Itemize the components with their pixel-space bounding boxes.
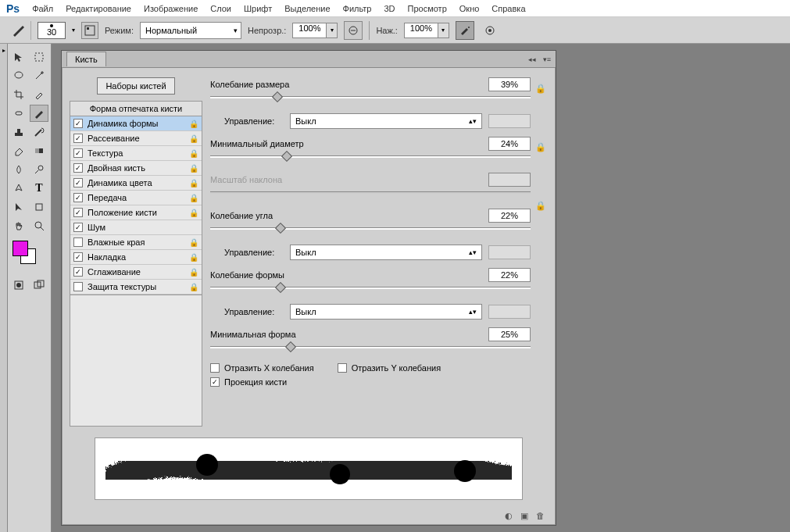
menu-edit[interactable]: Редактирование (66, 4, 131, 13)
size-jitter-value[interactable]: 39% (488, 77, 531, 91)
size-jitter-slider[interactable] (210, 93, 531, 105)
brush-option-0[interactable]: ✓Динамика формы🔒 (70, 116, 202, 131)
brush-panel-toggle[interactable] (81, 22, 98, 39)
eraser-tool[interactable] (9, 142, 28, 159)
opacity-dropdown[interactable]: ▾ (327, 23, 338, 38)
brush-tool[interactable] (30, 105, 48, 122)
lock-icon[interactable]: 🔒 (189, 149, 198, 158)
blur-tool[interactable] (9, 161, 28, 178)
brush-option-7[interactable]: ✓Шум (70, 220, 202, 235)
option-checkbox[interactable]: ✓ (73, 134, 83, 143)
path-select-tool[interactable] (9, 198, 28, 216)
lock-icon[interactable]: 🔒 (189, 283, 198, 291)
crop-tool[interactable] (9, 86, 28, 103)
option-checkbox[interactable]: ✓ (73, 148, 83, 158)
blend-mode-select[interactable]: Нормальный (140, 22, 241, 39)
brush-option-9[interactable]: ✓Накладка🔒 (70, 250, 202, 265)
min-roundness-slider[interactable] (210, 343, 531, 355)
panel-tab-brush[interactable]: Кисть (66, 52, 106, 66)
option-checkbox[interactable]: ✓ (73, 119, 83, 128)
brush-tip-shape-header[interactable]: Форма отпечатка кисти (70, 101, 202, 116)
brush-option-11[interactable]: Защита текстуры🔒 (70, 280, 202, 295)
eyedropper-tool[interactable] (30, 86, 48, 103)
option-checkbox[interactable] (73, 237, 83, 247)
wand-tool[interactable] (30, 67, 48, 84)
hand-tool[interactable] (9, 217, 28, 234)
brush-preset-picker[interactable]: 30 (38, 22, 66, 39)
flip-y-checkbox[interactable] (338, 363, 347, 373)
panel-header[interactable]: Кисть ◂◂ ▾≡ (62, 51, 556, 68)
lock-icon[interactable]: 🔒 (189, 194, 198, 202)
brush-option-8[interactable]: Влажные края🔒 (70, 235, 202, 250)
min-diameter-value[interactable]: 24% (488, 137, 531, 151)
lock-icon[interactable]: 🔒 (189, 120, 198, 128)
option-checkbox[interactable]: ✓ (73, 223, 83, 232)
brush-option-10[interactable]: ✓Сглаживание🔒 (70, 265, 202, 280)
menu-file[interactable]: Файл (32, 4, 53, 13)
control2-select[interactable]: Выкл▴▾ (290, 245, 482, 260)
menu-select[interactable]: Выделение (284, 4, 330, 13)
menu-view[interactable]: Просмотр (408, 4, 447, 13)
angle-jitter-value[interactable]: 22% (488, 209, 531, 223)
option-checkbox[interactable]: ✓ (73, 193, 83, 202)
option-checkbox[interactable]: ✓ (73, 267, 83, 277)
min-diameter-slider[interactable] (210, 152, 531, 165)
color-swatches[interactable] (9, 241, 49, 269)
brush-presets-button[interactable]: Наборы кистей (97, 77, 174, 95)
gradient-tool[interactable] (30, 142, 48, 159)
brush-option-1[interactable]: ✓Рассеивание🔒 (70, 131, 202, 146)
current-tool-icon[interactable] (8, 21, 31, 40)
angle-jitter-slider[interactable] (210, 224, 531, 237)
option-checkbox[interactable] (73, 282, 83, 291)
opacity-input[interactable]: 100% (292, 23, 327, 38)
pen-tool[interactable] (9, 180, 28, 197)
lock-icon[interactable]: 🔒 (535, 142, 546, 152)
quickmask-toggle[interactable] (9, 277, 28, 294)
control3-select[interactable]: Выкл▴▾ (290, 304, 482, 320)
type-tool[interactable]: T (30, 180, 48, 197)
brush-dropdown-icon[interactable]: ▾ (72, 27, 75, 34)
marquee-tool[interactable] (30, 48, 48, 66)
menu-3d[interactable]: 3D (384, 4, 395, 13)
dodge-tool[interactable] (30, 161, 48, 178)
brush-option-4[interactable]: ✓Динамика цвета🔒 (70, 176, 202, 191)
brush-option-6[interactable]: ✓Положение кисти🔒 (70, 205, 202, 220)
lock-icon[interactable]: 🔒 (535, 201, 546, 211)
lock-icon[interactable]: 🔒 (189, 268, 198, 277)
control1-select[interactable]: Выкл▴▾ (290, 113, 482, 129)
stamp-tool[interactable] (9, 123, 28, 141)
round-jitter-slider[interactable] (210, 284, 531, 296)
healing-tool[interactable] (9, 105, 28, 122)
lasso-tool[interactable] (9, 67, 28, 84)
lock-icon[interactable]: 🔒 (535, 84, 546, 94)
screenmode-toggle[interactable] (30, 277, 48, 294)
brush-option-5[interactable]: ✓Передача🔒 (70, 191, 202, 205)
zoom-tool[interactable] (30, 217, 48, 234)
pressure-size-icon[interactable] (481, 21, 499, 40)
flow-input[interactable]: 100% (404, 23, 438, 38)
lock-icon[interactable]: 🔒 (189, 179, 198, 187)
history-brush-tool[interactable] (30, 123, 48, 141)
lock-icon[interactable]: 🔒 (189, 253, 198, 262)
shape-tool[interactable] (30, 198, 48, 216)
menu-image[interactable]: Изображение (144, 4, 198, 13)
brush-projection-checkbox[interactable]: ✓ (210, 377, 220, 387)
brush-option-3[interactable]: ✓Двойная кисть🔒 (70, 161, 202, 176)
tool-strip-collapse[interactable]: ▸ (0, 44, 8, 532)
trash-icon[interactable]: 🗑 (536, 511, 545, 520)
foreground-color[interactable] (13, 241, 28, 256)
flow-dropdown[interactable]: ▾ (438, 23, 449, 38)
lock-icon[interactable]: 🔒 (189, 238, 198, 247)
round-jitter-value[interactable]: 22% (488, 268, 531, 282)
panel-menu-icon[interactable]: ▾≡ (541, 54, 553, 65)
menu-window[interactable]: Окно (459, 4, 480, 13)
flip-x-checkbox[interactable] (210, 363, 220, 373)
option-checkbox[interactable]: ✓ (73, 178, 83, 187)
pressure-opacity-icon[interactable] (344, 21, 363, 40)
brush-option-2[interactable]: ✓Текстура🔒 (70, 146, 202, 161)
option-checkbox[interactable]: ✓ (73, 252, 83, 262)
option-checkbox[interactable]: ✓ (73, 163, 83, 173)
menu-filter[interactable]: Фильтр (343, 4, 372, 13)
move-tool[interactable] (9, 48, 28, 66)
lock-icon[interactable]: 🔒 (189, 134, 198, 143)
